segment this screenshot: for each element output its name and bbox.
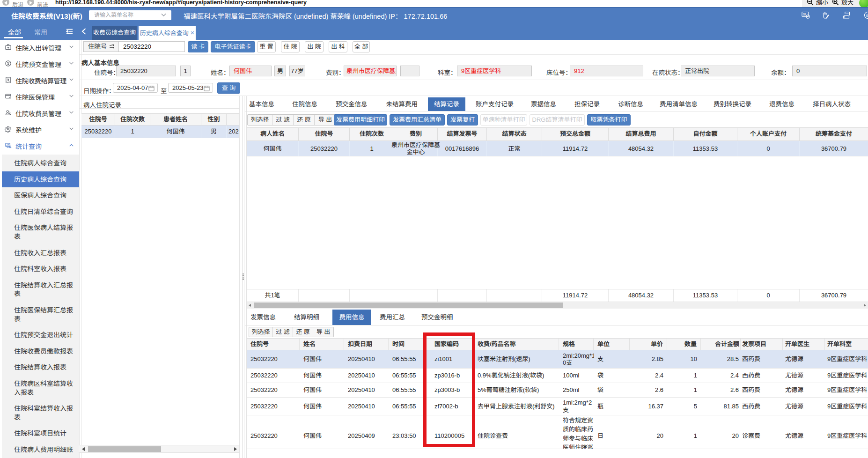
svg-text:SI: SI — [803, 13, 806, 16]
svg-text:S: S — [866, 14, 868, 18]
